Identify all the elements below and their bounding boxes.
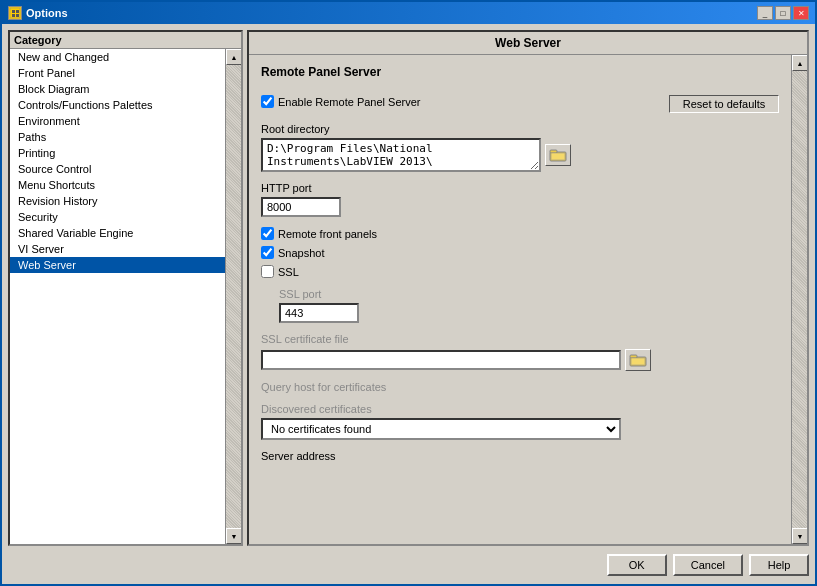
right-content: Remote Panel Server Enable Remote Panel … <box>249 55 791 544</box>
right-scrollbar: ▲ ▼ <box>791 55 807 544</box>
title-controls: _ □ ✕ <box>757 6 809 20</box>
minimize-button[interactable]: _ <box>757 6 773 20</box>
remote-front-panels-checkbox[interactable] <box>261 227 274 240</box>
top-section: Enable Remote Panel Server Reset to defa… <box>261 95 779 113</box>
ssl-cert-browse-button[interactable] <box>625 349 651 371</box>
right-panel: Web Server Remote Panel Server Enable Re… <box>247 30 809 546</box>
scroll-track <box>226 65 241 528</box>
right-header: Web Server <box>249 32 807 55</box>
sidebar-item-block-diagram[interactable]: Block Diagram <box>10 81 225 97</box>
maximize-button[interactable]: □ <box>775 6 791 20</box>
reset-defaults-button[interactable]: Reset to defaults <box>669 95 779 113</box>
sidebar-item-front-panel[interactable]: Front Panel <box>10 65 225 81</box>
right-scroll-track <box>792 71 807 528</box>
snapshot-label[interactable]: Snapshot <box>261 246 779 259</box>
scroll-up-button[interactable]: ▲ <box>226 49 241 65</box>
main-area: Category New and Changed Front Panel Blo… <box>8 30 809 546</box>
sidebar-item-new-and-changed[interactable]: New and Changed <box>10 49 225 65</box>
ssl-cert-input-row <box>261 349 779 371</box>
window-icon <box>8 6 22 20</box>
sidebar-item-printing[interactable]: Printing <box>10 145 225 161</box>
options-window: Options _ □ ✕ Category New and Changed F… <box>0 0 817 586</box>
svg-rect-3 <box>12 14 15 17</box>
ssl-cert-input[interactable] <box>261 350 621 370</box>
sidebar-item-web-server[interactable]: Web Server <box>10 257 225 273</box>
query-host-group: Query host for certificates <box>261 381 779 393</box>
server-address-group: Server address <box>261 450 779 462</box>
checkboxes-group: Remote front panels Snapshot SSL <box>261 227 779 278</box>
ssl-checkbox[interactable] <box>261 265 274 278</box>
root-dir-input-row: D:\Program Files\National Instruments\La… <box>261 138 779 172</box>
sidebar-item-paths[interactable]: Paths <box>10 129 225 145</box>
bottom-buttons: OK Cancel Help <box>8 552 809 578</box>
http-port-group: HTTP port <box>261 182 779 217</box>
root-dir-input[interactable]: D:\Program Files\National Instruments\La… <box>261 138 541 172</box>
svg-rect-1 <box>12 10 15 13</box>
sidebar-item-shared-variable[interactable]: Shared Variable Engine <box>10 225 225 241</box>
close-button[interactable]: ✕ <box>793 6 809 20</box>
svg-rect-4 <box>16 14 19 17</box>
window-body: Category New and Changed Front Panel Blo… <box>2 24 815 584</box>
scroll-down-button[interactable]: ▼ <box>226 528 241 544</box>
root-dir-browse-button[interactable] <box>545 144 571 166</box>
http-port-label: HTTP port <box>261 182 779 194</box>
snapshot-text: Snapshot <box>278 247 324 259</box>
snapshot-checkbox[interactable] <box>261 246 274 259</box>
enable-remote-panel-text: Enable Remote Panel Server <box>278 96 420 108</box>
query-host-label: Query host for certificates <box>261 381 779 393</box>
cancel-button[interactable]: Cancel <box>673 554 743 576</box>
root-dir-label: Root directory <box>261 123 779 135</box>
remote-front-panels-text: Remote front panels <box>278 228 377 240</box>
sidebar-item-vi-server[interactable]: VI Server <box>10 241 225 257</box>
sidebar-item-menu-shortcuts[interactable]: Menu Shortcuts <box>10 177 225 193</box>
ssl-port-input[interactable] <box>279 303 359 323</box>
svg-rect-9 <box>630 355 637 358</box>
left-scrollbar: ▲ ▼ <box>225 49 241 544</box>
help-button[interactable]: Help <box>749 554 809 576</box>
svg-rect-10 <box>631 358 645 365</box>
discovered-certs-row: No certificates found <box>261 418 779 440</box>
ssl-port-group: SSL port <box>279 288 779 323</box>
svg-rect-2 <box>16 10 19 13</box>
root-dir-group: Root directory D:\Program Files\National… <box>261 123 779 172</box>
ssl-cert-label: SSL certificate file <box>261 333 779 345</box>
http-port-input[interactable] <box>261 197 341 217</box>
ssl-cert-group: SSL certificate file <box>261 333 779 371</box>
section-title: Remote Panel Server <box>261 65 779 79</box>
discovered-certs-label: Discovered certificates <box>261 403 779 415</box>
sidebar-item-security[interactable]: Security <box>10 209 225 225</box>
left-panel: Category New and Changed Front Panel Blo… <box>8 30 243 546</box>
server-address-label: Server address <box>261 450 779 462</box>
svg-rect-7 <box>551 153 565 160</box>
ssl-label[interactable]: SSL <box>261 265 779 278</box>
sidebar-item-controls-palettes[interactable]: Controls/Functions Palettes <box>10 97 225 113</box>
ssl-text: SSL <box>278 266 299 278</box>
sidebar-item-source-control[interactable]: Source Control <box>10 161 225 177</box>
discovered-certs-group: Discovered certificates No certificates … <box>261 403 779 440</box>
window-title: Options <box>26 7 68 19</box>
svg-rect-6 <box>550 150 557 153</box>
category-header: Category <box>10 32 241 49</box>
enable-remote-panel-label[interactable]: Enable Remote Panel Server <box>261 95 420 108</box>
sidebar-item-environment[interactable]: Environment <box>10 113 225 129</box>
right-scroll-down-button[interactable]: ▼ <box>792 528 807 544</box>
title-bar: Options _ □ ✕ <box>2 2 815 24</box>
discovered-certs-select[interactable]: No certificates found <box>261 418 621 440</box>
enable-remote-panel-checkbox[interactable] <box>261 95 274 108</box>
ok-button[interactable]: OK <box>607 554 667 576</box>
sidebar-item-revision-history[interactable]: Revision History <box>10 193 225 209</box>
category-list: New and Changed Front Panel Block Diagra… <box>10 49 225 544</box>
right-scroll-up-button[interactable]: ▲ <box>792 55 807 71</box>
remote-front-panels-label[interactable]: Remote front panels <box>261 227 779 240</box>
ssl-port-label: SSL port <box>279 288 779 300</box>
